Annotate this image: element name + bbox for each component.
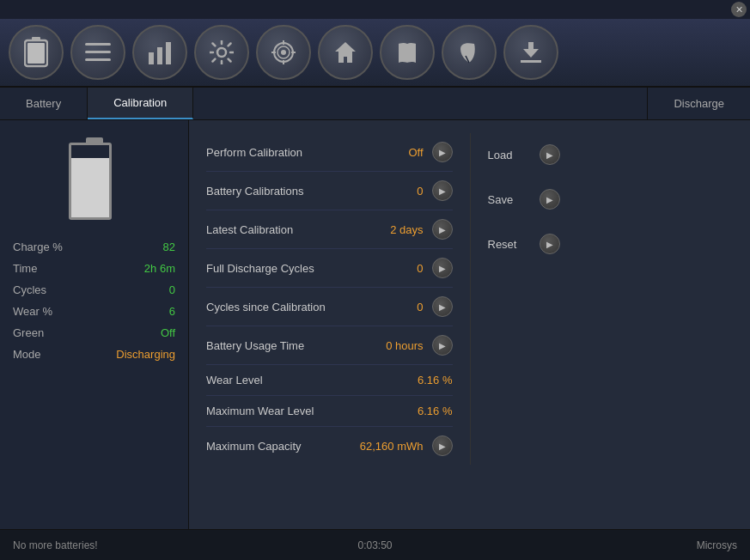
- wear-value: 6: [169, 305, 175, 318]
- green-stat: Green Off: [13, 326, 175, 339]
- close-button[interactable]: ✕: [731, 2, 747, 17]
- calibration-right-col: Load ▶ Save ▶ Reset ▶: [470, 133, 734, 465]
- calib-max-wear-value: 6.16 %: [418, 405, 452, 417]
- calib-max-capacity-value: 62,160 mWh: [360, 440, 424, 453]
- calib-max-capacity-label: Maximum Capacity: [206, 440, 351, 453]
- svg-point-12: [281, 50, 286, 55]
- battery-fill: [71, 158, 109, 217]
- calib-perform-button[interactable]: ▶: [432, 142, 453, 162]
- title-bar: ✕: [0, 0, 750, 19]
- calib-battery-cals-label: Battery Calibrations: [206, 185, 355, 198]
- svg-rect-5: [85, 58, 111, 61]
- calib-latest-label: Latest Calibration: [206, 223, 355, 236]
- green-label: Green: [13, 326, 44, 339]
- action-reset-button[interactable]: ▶: [540, 234, 560, 254]
- svg-rect-19: [528, 42, 534, 51]
- mode-stat: Mode Discharging: [13, 348, 175, 361]
- list-tool-button[interactable]: [70, 25, 125, 80]
- action-load-label: Load: [488, 149, 531, 161]
- charge-value: 82: [163, 240, 175, 253]
- tab-discharge[interactable]: Discharge: [647, 88, 750, 119]
- svg-rect-6: [149, 52, 154, 64]
- right-panel: Perform Calibration Off ▶ Battery Calibr…: [189, 120, 750, 529]
- calib-cycles-since-value: 0: [363, 301, 424, 313]
- calibration-grid: Perform Calibration Off ▶ Battery Calibr…: [206, 133, 733, 465]
- calib-usage-time-button[interactable]: ▶: [432, 335, 453, 356]
- toolbar: [0, 19, 750, 88]
- cycles-label: Cycles: [13, 283, 46, 296]
- action-row-load: Load ▶: [488, 137, 734, 172]
- calib-row-full-discharge: Full Discharge Cycles 0 ▶: [206, 249, 453, 288]
- leaf-tool-button[interactable]: [442, 25, 497, 80]
- calib-row-cycles-since: Cycles since Calibration 0 ▶: [206, 288, 453, 326]
- calib-full-discharge-label: Full Discharge Cycles: [206, 262, 355, 275]
- charge-label: Charge %: [13, 240, 63, 253]
- download-tool-button[interactable]: [503, 25, 558, 80]
- calib-cycles-since-button[interactable]: ▶: [432, 296, 453, 317]
- battery-body: [69, 143, 112, 220]
- calib-wear-level-value: 6.16 %: [418, 374, 452, 387]
- calib-cycles-since-label: Cycles since Calibration: [206, 301, 355, 313]
- calib-perform-label: Perform Calibration: [206, 146, 355, 159]
- calib-max-capacity-button[interactable]: ▶: [432, 435, 453, 456]
- calib-battery-cals-button[interactable]: ▶: [432, 180, 453, 201]
- calib-full-discharge-button[interactable]: ▶: [432, 258, 453, 278]
- calib-usage-time-value: 0 hours: [363, 339, 424, 352]
- svg-rect-2: [27, 43, 45, 64]
- time-label: Time: [13, 262, 37, 275]
- calib-latest-value: 2 days: [363, 223, 424, 236]
- svg-rect-8: [166, 42, 171, 64]
- action-reset-label: Reset: [488, 238, 531, 251]
- battery-graphic: [69, 137, 120, 223]
- svg-rect-20: [521, 60, 541, 63]
- action-row-save: Save ▶: [488, 182, 734, 216]
- charge-stat: Charge % 82: [13, 240, 175, 253]
- calib-row-latest: Latest Calibration 2 days ▶: [206, 210, 453, 249]
- calib-row-perform: Perform Calibration Off ▶: [206, 133, 453, 172]
- main-content: Charge % 82 Time 2h 6m Cycles 0 Wear % 6…: [0, 120, 750, 529]
- chart-tool-button[interactable]: [132, 25, 187, 80]
- calib-row-max-wear: Maximum Wear Level 6.16 %: [206, 396, 453, 427]
- status-center: 0:03:50: [254, 539, 496, 551]
- calib-max-wear-label: Maximum Wear Level: [206, 405, 409, 417]
- calib-full-discharge-value: 0: [363, 262, 424, 275]
- battery-tool-button[interactable]: [9, 25, 64, 80]
- tab-bar: Battery Calibration Discharge: [0, 88, 750, 120]
- status-right: Microsys: [496, 539, 737, 551]
- left-panel: Charge % 82 Time 2h 6m Cycles 0 Wear % 6…: [0, 120, 189, 529]
- action-save-button[interactable]: ▶: [540, 189, 560, 210]
- cycles-stat: Cycles 0: [13, 283, 175, 296]
- action-row-reset: Reset ▶: [488, 227, 734, 261]
- svg-rect-3: [85, 43, 111, 46]
- calib-latest-button[interactable]: ▶: [432, 219, 453, 240]
- status-left: No more batteries!: [13, 539, 254, 551]
- green-value: Off: [161, 326, 175, 339]
- mode-label: Mode: [13, 348, 41, 361]
- action-load-button[interactable]: ▶: [540, 144, 560, 165]
- tab-battery[interactable]: Battery: [0, 88, 88, 119]
- wear-stat: Wear % 6: [13, 305, 175, 318]
- tab-calibration[interactable]: Calibration: [88, 88, 193, 119]
- tab-spacer: [193, 88, 647, 119]
- calib-row-battery-cals: Battery Calibrations 0 ▶: [206, 172, 453, 210]
- time-stat: Time 2h 6m: [13, 262, 175, 275]
- cycles-value: 0: [169, 283, 175, 296]
- target-tool-button[interactable]: [256, 25, 311, 80]
- stats-section: Charge % 82 Time 2h 6m Cycles 0 Wear % 6…: [13, 240, 175, 361]
- svg-point-9: [217, 48, 226, 57]
- svg-rect-7: [157, 47, 162, 64]
- action-save-label: Save: [488, 193, 531, 206]
- svg-rect-4: [85, 51, 111, 53]
- calib-wear-level-label: Wear Level: [206, 374, 409, 387]
- mode-value: Discharging: [116, 348, 175, 361]
- calib-row-usage-time: Battery Usage Time 0 hours ▶: [206, 326, 453, 365]
- home-tool-button[interactable]: [318, 25, 373, 80]
- calib-row-max-capacity: Maximum Capacity 62,160 mWh ▶: [206, 427, 453, 465]
- book-tool-button[interactable]: [380, 25, 435, 80]
- calib-row-wear-level: Wear Level 6.16 %: [206, 365, 453, 396]
- settings-tool-button[interactable]: [194, 25, 249, 80]
- calibration-left-col: Perform Calibration Off ▶ Battery Calibr…: [206, 133, 470, 465]
- wear-label: Wear %: [13, 305, 52, 318]
- status-bar: No more batteries! 0:03:50 Microsys: [0, 529, 750, 560]
- calib-usage-time-label: Battery Usage Time: [206, 339, 355, 352]
